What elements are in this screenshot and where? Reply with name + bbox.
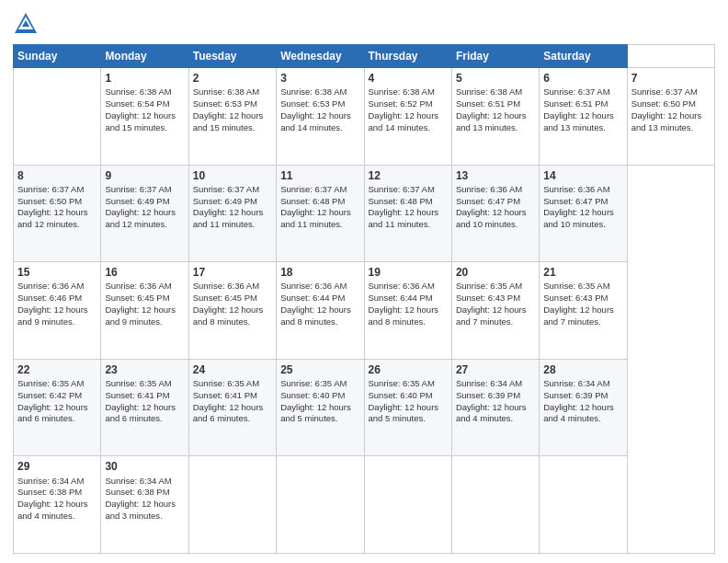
calendar-cell [451,456,539,554]
day-number: 21 [543,265,622,280]
day-number: 4 [369,71,448,86]
calendar-cell: 6Sunrise: 6:37 AMSunset: 6:51 PMDaylight… [540,68,627,166]
day-number: 8 [17,168,97,183]
calendar-cell: 4Sunrise: 6:38 AMSunset: 6:52 PMDaylight… [364,68,451,166]
calendar-header-row: SundayMondayTuesdayWednesdayThursdayFrid… [14,45,715,68]
calendar-cell: 24Sunrise: 6:35 AMSunset: 6:41 PMDayligh… [188,359,276,456]
calendar-cell: 29Sunrise: 6:34 AMSunset: 6:38 PMDayligh… [14,456,101,554]
day-number: 20 [456,265,535,280]
calendar-cell: 3Sunrise: 6:38 AMSunset: 6:53 PMDaylight… [277,68,364,166]
calendar-week-row: 1Sunrise: 6:38 AMSunset: 6:54 PMDaylight… [14,68,715,166]
day-number: 29 [17,459,97,474]
day-number: 19 [369,265,448,280]
day-number: 1 [105,71,184,86]
day-number: 26 [369,362,448,377]
calendar-cell: 14Sunrise: 6:36 AMSunset: 6:47 PMDayligh… [540,165,627,262]
calendar-cell: 30Sunrise: 6:34 AMSunset: 6:38 PMDayligh… [101,456,188,554]
calendar-cell: 21Sunrise: 6:35 AMSunset: 6:43 PMDayligh… [540,262,627,360]
calendar-cell: 8Sunrise: 6:37 AMSunset: 6:50 PMDaylight… [14,165,101,262]
calendar-cell [540,456,627,554]
calendar-cell: 26Sunrise: 6:35 AMSunset: 6:40 PMDayligh… [364,359,451,456]
calendar-cell: 12Sunrise: 6:37 AMSunset: 6:48 PMDayligh… [364,165,451,262]
calendar-cell: 9Sunrise: 6:37 AMSunset: 6:49 PMDaylight… [101,165,188,262]
day-number: 15 [17,265,97,280]
calendar-cell: 10Sunrise: 6:37 AMSunset: 6:49 PMDayligh… [188,165,276,262]
day-number: 6 [543,71,622,86]
day-header-wednesday: Wednesday [277,45,364,68]
day-number: 22 [17,362,97,377]
day-header-saturday: Saturday [540,45,627,68]
calendar-week-row: 22Sunrise: 6:35 AMSunset: 6:42 PMDayligh… [14,359,715,456]
day-number: 13 [456,168,535,183]
day-number: 28 [543,362,622,377]
day-number: 18 [280,265,359,280]
calendar-cell [188,456,276,554]
logo-icon [13,11,39,37]
day-number: 11 [280,168,359,183]
calendar-cell: 27Sunrise: 6:34 AMSunset: 6:39 PMDayligh… [451,359,539,456]
calendar-cell: 2Sunrise: 6:38 AMSunset: 6:53 PMDaylight… [188,68,276,166]
calendar-cell: 19Sunrise: 6:36 AMSunset: 6:44 PMDayligh… [364,262,451,360]
day-number: 16 [105,265,184,280]
day-header-tuesday: Tuesday [188,45,276,68]
calendar-cell: 5Sunrise: 6:38 AMSunset: 6:51 PMDaylight… [451,68,539,166]
day-header-thursday: Thursday [364,45,451,68]
day-header-sunday: Sunday [14,45,101,68]
calendar-week-row: 15Sunrise: 6:36 AMSunset: 6:46 PMDayligh… [14,262,715,360]
calendar-table: SundayMondayTuesdayWednesdayThursdayFrid… [13,44,715,554]
calendar-cell [277,456,364,554]
calendar-cell: 28Sunrise: 6:34 AMSunset: 6:39 PMDayligh… [540,359,627,456]
calendar-cell: 20Sunrise: 6:35 AMSunset: 6:43 PMDayligh… [451,262,539,360]
day-number: 23 [105,362,184,377]
calendar-cell: 18Sunrise: 6:36 AMSunset: 6:44 PMDayligh… [277,262,364,360]
calendar-cell: 23Sunrise: 6:35 AMSunset: 6:41 PMDayligh… [101,359,188,456]
calendar-cell: 7Sunrise: 6:37 AMSunset: 6:50 PMDaylight… [627,68,714,166]
calendar-cell: 1Sunrise: 6:38 AMSunset: 6:54 PMDaylight… [101,68,188,166]
day-number: 9 [105,168,184,183]
header [13,11,715,37]
day-number: 12 [369,168,448,183]
day-number: 14 [543,168,622,183]
calendar-cell [14,68,101,166]
day-number: 17 [193,265,272,280]
page-container: SundayMondayTuesdayWednesdayThursdayFrid… [0,0,728,563]
calendar-cell: 13Sunrise: 6:36 AMSunset: 6:47 PMDayligh… [451,165,539,262]
calendar-week-row: 8Sunrise: 6:37 AMSunset: 6:50 PMDaylight… [14,165,715,262]
logo [13,11,42,37]
calendar-week-row: 29Sunrise: 6:34 AMSunset: 6:38 PMDayligh… [14,456,715,554]
calendar-cell: 16Sunrise: 6:36 AMSunset: 6:45 PMDayligh… [101,262,188,360]
day-header-monday: Monday [101,45,188,68]
day-number: 27 [456,362,535,377]
day-header-friday: Friday [451,45,539,68]
calendar-cell: 22Sunrise: 6:35 AMSunset: 6:42 PMDayligh… [14,359,101,456]
calendar-cell: 17Sunrise: 6:36 AMSunset: 6:45 PMDayligh… [188,262,276,360]
day-number: 5 [456,71,535,86]
day-number: 10 [193,168,272,183]
day-number: 24 [193,362,272,377]
day-number: 3 [280,71,359,86]
calendar-cell: 11Sunrise: 6:37 AMSunset: 6:48 PMDayligh… [277,165,364,262]
day-number: 30 [105,459,184,474]
day-number: 7 [631,71,711,86]
day-number: 25 [280,362,359,377]
calendar-cell: 15Sunrise: 6:36 AMSunset: 6:46 PMDayligh… [14,262,101,360]
calendar-cell: 25Sunrise: 6:35 AMSunset: 6:40 PMDayligh… [277,359,364,456]
day-number: 2 [193,71,272,86]
calendar-cell [364,456,451,554]
